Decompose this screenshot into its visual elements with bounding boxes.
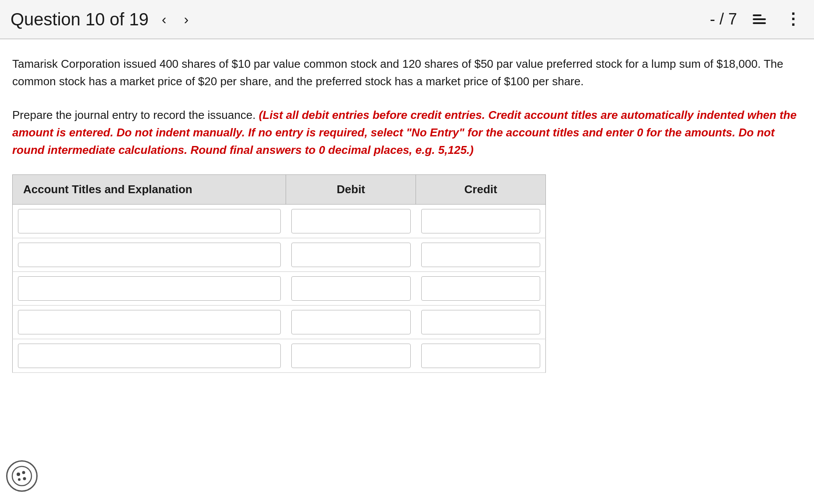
row-1-account-cell xyxy=(13,205,286,238)
table-row xyxy=(13,272,546,306)
content-area: Tamarisk Corporation issued 400 shares o… xyxy=(0,39,814,390)
svg-point-2 xyxy=(22,471,25,474)
row-2-debit-cell xyxy=(286,238,416,272)
svg-point-3 xyxy=(23,477,26,480)
row-3-account-cell xyxy=(13,272,286,306)
row-1-credit-cell xyxy=(416,205,546,238)
instruction-prefix: Prepare the journal entry to record the … xyxy=(12,108,255,122)
header-left: Question 10 of 19 ‹ › xyxy=(10,10,193,29)
svg-point-4 xyxy=(18,478,21,481)
row-3-debit-input[interactable] xyxy=(291,276,411,301)
row-5-credit-cell xyxy=(416,339,546,373)
row-4-credit-input[interactable] xyxy=(421,310,540,334)
cookie-svg xyxy=(10,465,33,487)
table-row xyxy=(13,306,546,339)
table-row xyxy=(13,339,546,373)
row-5-account-cell xyxy=(13,339,286,373)
col-header-credit: Credit xyxy=(416,175,546,205)
prev-button[interactable]: ‹ xyxy=(157,10,171,28)
row-4-account-input[interactable] xyxy=(18,310,281,334)
col-header-debit: Debit xyxy=(286,175,416,205)
instruction-text: Prepare the journal entry to record the … xyxy=(12,106,802,159)
journal-table: Account Titles and Explanation Debit Cre… xyxy=(12,174,546,373)
row-4-credit-cell xyxy=(416,306,546,339)
row-1-credit-input[interactable] xyxy=(421,209,540,233)
score-display: - / 7 xyxy=(710,10,737,28)
row-5-debit-input[interactable] xyxy=(291,344,411,368)
svg-point-0 xyxy=(12,466,31,486)
menu-icon xyxy=(753,14,766,24)
row-1-debit-input[interactable] xyxy=(291,209,411,233)
row-2-account-input[interactable] xyxy=(18,243,281,267)
menu-button[interactable] xyxy=(749,13,769,26)
row-2-debit-input[interactable] xyxy=(291,243,411,267)
row-3-debit-cell xyxy=(286,272,416,306)
table-row xyxy=(13,238,546,272)
row-3-account-input[interactable] xyxy=(18,276,281,301)
cookie-icon-button[interactable] xyxy=(6,460,38,492)
more-options-button[interactable]: ⋮ xyxy=(782,8,804,30)
row-3-credit-cell xyxy=(416,272,546,306)
question-body: Tamarisk Corporation issued 400 shares o… xyxy=(12,55,800,90)
row-5-debit-cell xyxy=(286,339,416,373)
row-2-account-cell xyxy=(13,238,286,272)
page-header: Question 10 of 19 ‹ › - / 7 ⋮ xyxy=(0,0,814,39)
table-row xyxy=(13,205,546,238)
more-options-icon: ⋮ xyxy=(785,10,800,28)
row-5-credit-input[interactable] xyxy=(421,344,540,368)
row-2-credit-cell xyxy=(416,238,546,272)
next-button[interactable]: › xyxy=(179,10,193,28)
cookie-icon xyxy=(6,460,38,492)
row-4-debit-cell xyxy=(286,306,416,339)
col-header-account: Account Titles and Explanation xyxy=(13,175,286,205)
svg-point-1 xyxy=(17,473,20,476)
row-2-credit-input[interactable] xyxy=(421,243,540,267)
header-right: - / 7 ⋮ xyxy=(710,8,804,30)
row-4-debit-input[interactable] xyxy=(291,310,411,334)
row-3-credit-input[interactable] xyxy=(421,276,540,301)
question-title: Question 10 of 19 xyxy=(10,10,149,29)
row-4-account-cell xyxy=(13,306,286,339)
row-1-debit-cell xyxy=(286,205,416,238)
row-5-account-input[interactable] xyxy=(18,344,281,368)
row-1-account-input[interactable] xyxy=(18,209,281,233)
